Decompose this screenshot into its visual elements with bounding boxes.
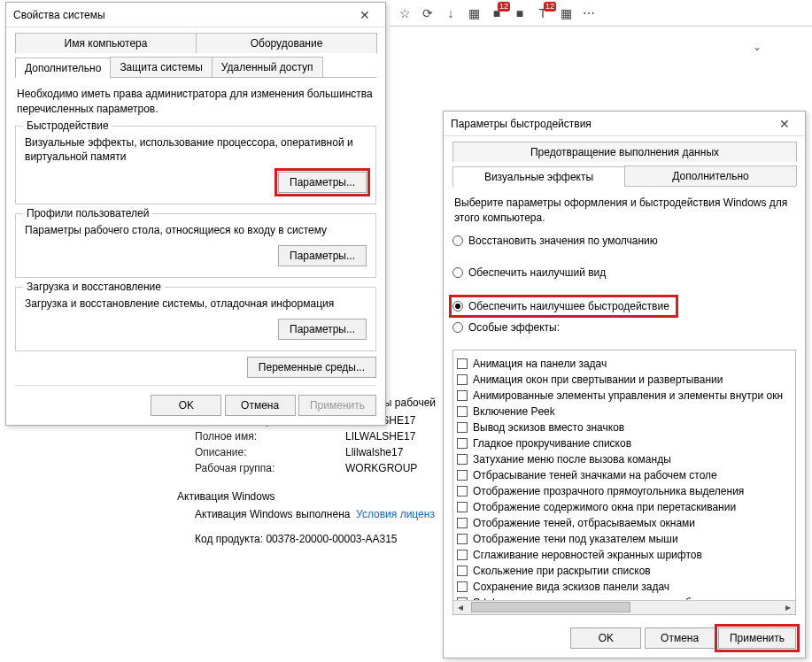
effect-checkbox[interactable]: Отображение тени под указателем мыши <box>457 533 793 545</box>
checkbox-icon <box>457 422 468 433</box>
toolbar-icon[interactable]: ↓ <box>443 5 459 21</box>
effect-checkbox[interactable]: Отбрасывание теней значками на рабочем с… <box>457 469 793 481</box>
radio-label: Особые эффекты: <box>468 321 560 334</box>
effect-checkbox[interactable]: Сглаживание неровностей экранных шрифтов <box>457 549 793 561</box>
profiles-text: Параметры рабочего стола, относящиеся ко… <box>25 223 367 238</box>
license-link[interactable]: Условия лиценз <box>356 508 435 520</box>
checkbox-icon <box>457 581 468 592</box>
kv-value: WORKGROUP <box>345 462 417 474</box>
performance-settings-button[interactable]: Параметры... <box>278 172 367 193</box>
effect-checkbox[interactable]: Сохранение вида эскизов панели задач <box>457 581 793 593</box>
effect-label: Гладкое прокручивание списков <box>473 437 631 450</box>
effect-label: Включение Peek <box>473 405 555 418</box>
kv-value: LILWALSHE17 <box>345 430 415 443</box>
tab-visual-effects[interactable]: Визуальные эффекты <box>452 166 625 187</box>
checkbox-icon <box>457 438 468 449</box>
checkbox-icon <box>457 534 468 544</box>
cancel-button[interactable]: Отмена <box>225 395 296 416</box>
effect-label: Отображение теней, отбрасываемых окнами <box>473 517 695 529</box>
startup-group: Загрузка и восстановление Загрузка и вос… <box>15 287 376 351</box>
apply-button[interactable]: Применить <box>298 395 376 416</box>
effect-checkbox[interactable]: Отображение теней, отбрасываемых окнами <box>457 517 793 529</box>
radio-icon <box>452 301 463 312</box>
checkbox-icon <box>457 470 468 481</box>
tab-advanced[interactable]: Дополнительно <box>15 58 111 78</box>
visual-desc: Выберите параметры оформления и быстроде… <box>454 196 794 226</box>
toolbar-icon[interactable]: ■12 <box>489 5 505 21</box>
tab-protection[interactable]: Защита системы <box>110 57 212 77</box>
effect-checkbox[interactable]: Затухание меню после вызова команды <box>457 453 793 466</box>
ok-button[interactable]: OK <box>570 627 641 649</box>
effect-label: Отображение содержимого окна при перетас… <box>473 501 736 513</box>
close-icon[interactable]: ✕ <box>771 112 798 136</box>
profiles-settings-button[interactable]: Параметры... <box>278 245 367 266</box>
toolbar-icon[interactable]: ▦ <box>558 5 574 21</box>
effect-checkbox[interactable]: Скольжение при раскрытии списков <box>457 565 793 577</box>
chevron-down-icon[interactable]: ⌄ <box>753 41 797 53</box>
effect-checkbox[interactable]: Гладкое прокручивание списков <box>457 437 793 450</box>
effect-label: Сохранение вида эскизов панели задач <box>473 581 669 593</box>
cancel-button[interactable]: Отмена <box>645 627 715 649</box>
startup-text: Загрузка и восстановление системы, отлад… <box>25 296 367 312</box>
toolbar-icon[interactable]: T12 <box>535 5 551 21</box>
effect-label: Отображение тени под указателем мыши <box>473 533 678 545</box>
effect-label: Анимированные элементы управления и элем… <box>473 389 783 402</box>
close-icon[interactable]: ✕ <box>352 3 378 27</box>
checkbox-icon <box>457 358 468 369</box>
horizontal-scrollbar[interactable]: ◂ ▸ <box>453 600 795 614</box>
effect-checkbox[interactable]: Отображение содержимого окна при перетас… <box>457 501 793 513</box>
toolbar-icon[interactable]: ☆ <box>397 5 413 21</box>
effect-label: Отображение прозрачного прямоугольника в… <box>473 485 744 497</box>
effect-checkbox[interactable]: Включение Peek <box>457 405 793 418</box>
kv-key: Полное имя: <box>195 430 345 443</box>
radio-option[interactable]: Обеспечить наилучшее быстродействие <box>452 298 675 314</box>
effect-label: Отбрасывание теней значками на рабочем с… <box>473 469 717 481</box>
radio-label: Обеспечить наилучшее быстродействие <box>468 300 669 312</box>
radio-option[interactable]: Обеспечить наилучший вид <box>452 266 796 279</box>
effect-checkbox[interactable]: Анимация окон при свертывании и разверты… <box>457 373 793 386</box>
effect-label: Вывод эскизов вместо значков <box>473 421 624 434</box>
effect-checkbox[interactable]: Отображение прозрачного прямоугольника в… <box>457 485 793 497</box>
tab-hardware[interactable]: Оборудование <box>196 33 377 53</box>
badge: 12 <box>498 2 510 12</box>
effect-checkbox[interactable]: Анимированные элементы управления и элем… <box>457 389 793 402</box>
apply-button[interactable]: Применить <box>718 627 796 649</box>
toolbar-icon[interactable]: ⟳ <box>420 5 436 21</box>
toolbar-icon[interactable]: ■ <box>512 5 528 21</box>
startup-settings-button[interactable]: Параметры... <box>278 319 367 340</box>
profiles-title: Профили пользователей <box>23 207 152 219</box>
checkbox-icon <box>457 390 468 401</box>
system-properties-dialog: Свойства системы ✕ Имя компьютера Оборуд… <box>5 2 386 426</box>
activation-status: Активация Windows выполнена <box>195 508 350 520</box>
checkbox-icon <box>457 550 468 560</box>
toolbar-icon[interactable]: ▦ <box>466 5 482 21</box>
effect-label: Скольжение при раскрытии списков <box>473 565 651 577</box>
scroll-right-icon[interactable]: ▸ <box>781 601 795 613</box>
startup-title: Загрузка и восстановление <box>23 281 165 293</box>
radio-option[interactable]: Восстановить значения по умолчанию <box>452 235 796 247</box>
badge: 12 <box>544 2 556 12</box>
env-vars-button[interactable]: Переменные среды... <box>247 357 376 378</box>
effect-label: Анимация на панели задач <box>473 358 607 370</box>
checkbox-icon <box>457 374 468 385</box>
tab-remote[interactable]: Удаленный доступ <box>212 57 323 77</box>
scroll-left-icon[interactable]: ◂ <box>453 601 468 613</box>
toolbar-icon[interactable]: ⋯ <box>581 5 597 21</box>
tab-computer-name[interactable]: Имя компьютера <box>15 33 197 53</box>
effects-list: Анимация на панели задачАнимация окон пр… <box>452 350 796 615</box>
kv-key: Рабочая группа: <box>195 462 345 474</box>
kv-value: Llilwalshe17 <box>345 446 403 458</box>
effect-checkbox[interactable]: Вывод эскизов вместо значков <box>457 421 793 434</box>
effect-checkbox[interactable]: Анимация на панели задач <box>457 358 793 370</box>
performance-text: Визуальные эффекты, использование процес… <box>25 135 367 166</box>
effect-label: Сглаживание неровностей экранных шрифтов <box>473 549 702 561</box>
dialog-title: Параметры быстродействия <box>451 112 592 136</box>
radio-label: Обеспечить наилучший вид <box>468 266 606 279</box>
tab-advanced[interactable]: Дополнительно <box>624 166 797 186</box>
ok-button[interactable]: OK <box>151 395 221 416</box>
tab-dep[interactable]: Предотвращение выполнения данных <box>452 142 797 162</box>
scroll-thumb[interactable] <box>471 602 630 612</box>
profiles-group: Профили пользователей Параметры рабочего… <box>15 213 376 278</box>
radio-option[interactable]: Особые эффекты: <box>452 321 796 334</box>
tab-row-1: Имя компьютера Оборудование <box>15 33 376 53</box>
